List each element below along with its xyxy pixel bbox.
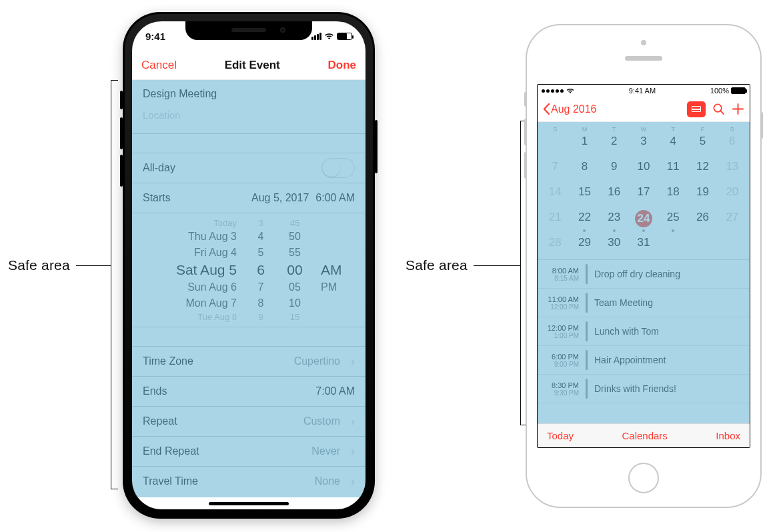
status-time: 9:41 AM (629, 87, 656, 95)
battery-icon (731, 87, 746, 94)
home-button[interactable] (628, 463, 659, 493)
search-icon[interactable] (712, 103, 725, 115)
wifi-icon (566, 88, 574, 94)
wifi-icon (324, 33, 334, 40)
status-time: 9:41 (145, 31, 185, 42)
cellular-icon (311, 33, 321, 40)
list-icon (692, 106, 701, 112)
cancel-button[interactable]: Cancel (141, 59, 177, 72)
status-bar: 9:41 AM 100% (538, 85, 750, 97)
volume-up-button (524, 119, 527, 145)
cellular-icon (542, 89, 564, 93)
calendars-button[interactable]: Calendars (622, 430, 667, 441)
status-bar: 9:41 (132, 21, 365, 51)
volume-down-button (524, 152, 527, 179)
front-camera (641, 40, 646, 45)
volume-down-button (120, 155, 123, 187)
safe-area-label-right: Safe area (406, 257, 468, 273)
bracket-right (520, 121, 521, 425)
iphone-x-screen: 9:41 Cancel Edit Event Done Design Meeti… (132, 21, 365, 509)
edit-event-navbar: Cancel Edit Event Done (132, 51, 365, 80)
side-button (760, 112, 763, 139)
back-button[interactable]: Aug 2016 (543, 103, 597, 115)
battery-icon (337, 33, 352, 40)
connector-left (76, 265, 111, 266)
safe-area-label-left: Safe area (8, 257, 70, 273)
side-button (375, 120, 377, 173)
nav-title: Edit Event (225, 59, 280, 72)
iphone-x-device: 9:41 Cancel Edit Event Done Design Meeti… (123, 12, 375, 519)
done-button[interactable]: Done (327, 59, 356, 72)
add-icon[interactable] (732, 103, 744, 115)
mute-switch (120, 91, 123, 109)
calendar-navbar: Aug 2016 (538, 97, 750, 122)
safe-area-overlay-left (132, 80, 365, 497)
today-button[interactable]: Today (547, 430, 574, 441)
diagram-stage: Safe area Safe area 9:41 Cancel Edit Eve… (0, 0, 771, 532)
iphone-8-screen: 9:41 AM 100% Aug 2016 SMT (537, 84, 750, 448)
volume-up-button (120, 117, 123, 149)
day-view-button[interactable] (687, 101, 706, 117)
bottom-toolbar: Today Calendars Inbox (538, 423, 750, 447)
chevron-left-icon (543, 103, 550, 115)
bracket-left (111, 80, 111, 489)
inbox-button[interactable]: Inbox (716, 430, 740, 441)
battery-percent: 100% (710, 87, 729, 95)
safe-area-overlay-right (538, 122, 750, 423)
iphone-8-device: 9:41 AM 100% Aug 2016 SMT (526, 24, 762, 508)
connector-right (474, 265, 520, 266)
mute-switch (524, 92, 527, 107)
earpiece (625, 56, 662, 61)
home-indicator[interactable] (209, 502, 289, 505)
